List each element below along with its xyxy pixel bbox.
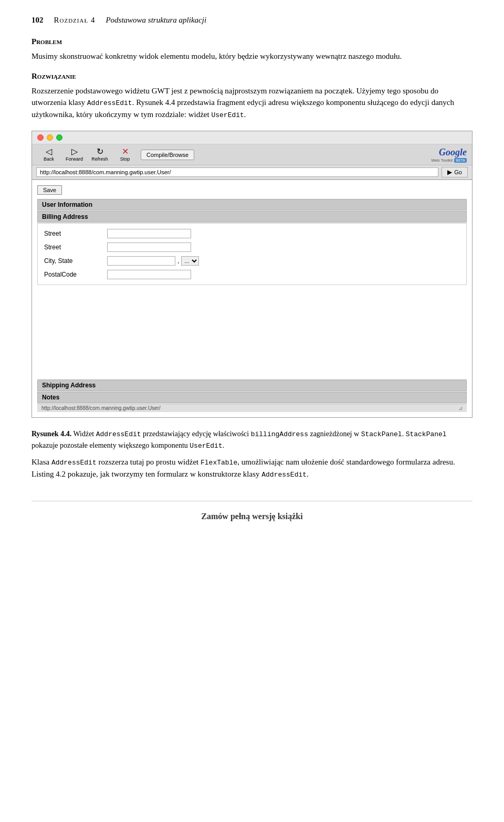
address-input[interactable] — [36, 167, 438, 177]
app-content: Save User Information Billing Address St… — [32, 180, 472, 417]
street2-label: Street — [41, 240, 104, 254]
stack-header-user-info[interactable]: User Information — [37, 199, 467, 210]
problem-heading: Problem — [32, 37, 472, 46]
go-button[interactable]: ▶ Go — [442, 167, 468, 177]
forward-icon: ▷ — [71, 147, 78, 156]
table-row: City, State , ... — [41, 254, 463, 268]
save-button[interactable]: Save — [37, 185, 62, 195]
refresh-icon: ↻ — [97, 147, 103, 156]
browser-addressbar: ▶ Go — [32, 165, 472, 180]
maximize-btn[interactable] — [56, 134, 62, 141]
stop-label: Stop — [120, 156, 130, 162]
page-footer: Zamów pełną wersję książki — [32, 501, 472, 521]
street2-input[interactable] — [107, 243, 191, 252]
browser-toolbar: ◁ Back ▷ Forward ↻ Refresh ✕ Stop Compil… — [32, 144, 472, 165]
city-input[interactable] — [107, 256, 175, 266]
body-after-text: Klasa AddressEdit rozszerza tutaj po pro… — [32, 456, 472, 480]
gwt-logo-sub: Web Toolkit — [431, 158, 453, 163]
table-row: PostalCode — [41, 268, 463, 281]
billing-address-form: Street Street City, State , — [41, 227, 463, 281]
status-url: http://localhost:8888/com.manning.gwtip.… — [41, 405, 161, 411]
spacer — [37, 285, 467, 296]
browser-titlebar — [32, 131, 472, 144]
resize-handle: ⊿ — [458, 405, 463, 411]
minimize-btn[interactable] — [47, 134, 53, 141]
page-header: 102 Rozdział 4 Podstawowa struktura apli… — [32, 16, 472, 25]
table-row: Street — [41, 227, 463, 240]
postal-code-label: PostalCode — [41, 268, 104, 281]
back-label: Back — [44, 156, 54, 162]
table-row: Street — [41, 240, 463, 254]
forward-label: Forward — [66, 156, 83, 162]
stop-button[interactable]: ✕ Stop — [113, 146, 136, 163]
state-select[interactable]: ... — [181, 256, 199, 266]
city-state-label: City, State — [41, 254, 104, 268]
stop-icon: ✕ — [122, 147, 129, 156]
street1-input[interactable] — [107, 229, 191, 238]
stack-panel: User Information Billing Address Street … — [37, 199, 467, 403]
back-button[interactable]: ◁ Back — [37, 146, 60, 163]
problem-text: Musimy skonstruować konkretny widok elem… — [32, 50, 472, 62]
postal-code-input[interactable] — [107, 270, 191, 279]
street1-label: Street — [41, 227, 104, 240]
solution-heading: Rozwiązanie — [32, 72, 472, 81]
chapter-title: Rozdział 4 — [54, 16, 96, 25]
browser-statusbar: http://localhost:8888/com.manning.gwtip.… — [37, 404, 467, 412]
page-number: 102 — [32, 16, 44, 25]
stack-header-billing-address[interactable]: Billing Address — [37, 211, 467, 223]
close-btn[interactable] — [37, 134, 44, 141]
refresh-button[interactable]: ↻ Refresh — [88, 146, 111, 163]
billing-address-content: Street Street City, State , — [37, 223, 467, 285]
figure-caption: Rysunek 4.4. Widżet AddressEdit przedsta… — [32, 428, 472, 451]
solution-text: Rozszerzenie podstawowego widżetu GWT je… — [32, 85, 472, 121]
refresh-label: Refresh — [91, 156, 108, 162]
stack-header-notes[interactable]: Notes — [37, 392, 467, 403]
gwt-beta-badge: BETA — [454, 158, 467, 163]
chapter-subtitle: Podstawowa struktura aplikacji — [106, 16, 206, 25]
gwt-logo: Google Web Toolkit BETA — [431, 147, 467, 163]
figure-container: ◁ Back ▷ Forward ↻ Refresh ✕ Stop Compil… — [32, 131, 472, 418]
browser-chrome: ◁ Back ▷ Forward ↻ Refresh ✕ Stop Compil… — [32, 131, 472, 180]
gwt-logo-text: Google — [439, 147, 467, 158]
back-icon: ◁ — [46, 147, 52, 156]
compile-browse-button[interactable]: Compile/Browse — [141, 150, 194, 160]
forward-button[interactable]: ▷ Forward — [62, 146, 86, 163]
stack-header-shipping-address[interactable]: Shipping Address — [37, 380, 467, 391]
empty-space — [37, 296, 467, 380]
footer-link[interactable]: Zamów pełną wersję książki — [201, 512, 302, 521]
